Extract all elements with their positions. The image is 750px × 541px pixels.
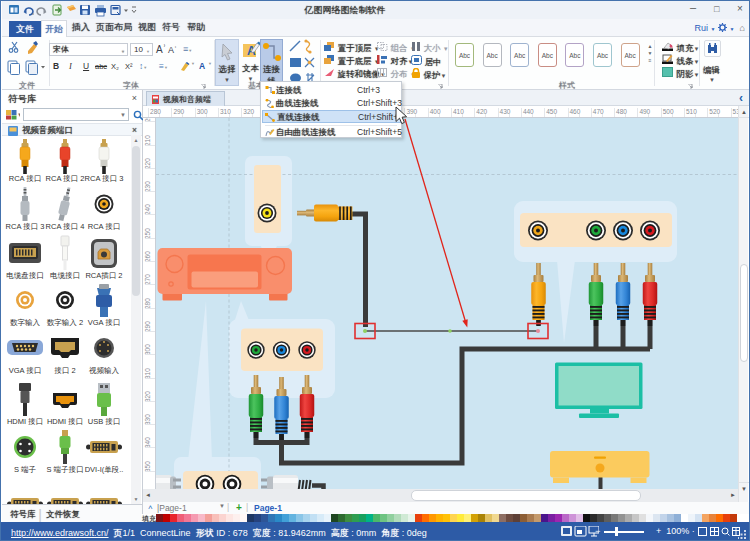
svg-text:▼: ▼ (17, 112, 20, 118)
